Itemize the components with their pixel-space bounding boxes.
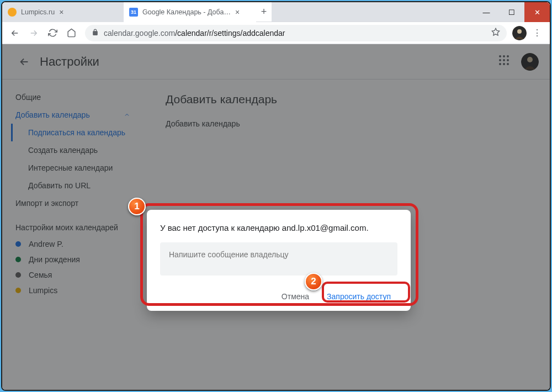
- page-content: Настройки Общие Добавить календарь Подпи…: [2, 44, 550, 390]
- request-access-dialog: У вас нет доступа к календарю and.lp.x01…: [147, 210, 411, 311]
- dialog-title: У вас нет доступа к календарю and.lp.x01…: [160, 223, 397, 232]
- close-window-button[interactable]: ✕: [524, 2, 550, 22]
- minimize-button[interactable]: —: [474, 2, 499, 22]
- close-icon[interactable]: ×: [59, 8, 63, 17]
- maximize-button[interactable]: ☐: [499, 2, 524, 22]
- bookmark-icon[interactable]: [491, 28, 500, 39]
- window-controls: — ☐ ✕: [474, 2, 550, 22]
- browser-menu-icon[interactable]: ⋮: [529, 28, 545, 38]
- home-button[interactable]: [63, 25, 79, 41]
- request-access-button[interactable]: Запросить доступ: [320, 288, 397, 305]
- lock-icon: [92, 28, 99, 38]
- new-tab-button[interactable]: +: [256, 2, 272, 22]
- owner-message-input[interactable]: [160, 242, 397, 276]
- url-text: calendar.google.com/calendar/r/settings/…: [104, 29, 487, 38]
- tab-google-calendar[interactable]: 31 Google Календарь - Добавить к ×: [124, 2, 256, 22]
- address-bar[interactable]: calendar.google.com/calendar/r/settings/…: [85, 25, 507, 41]
- cancel-button[interactable]: Отмена: [275, 288, 316, 305]
- tab-lumpics[interactable]: Lumpics.ru ×: [2, 2, 124, 22]
- reload-button[interactable]: [44, 25, 61, 41]
- favicon-gcal: 31: [129, 8, 138, 17]
- tab-title: Google Календарь - Добавить к: [142, 8, 231, 16]
- svg-point-1: [517, 29, 522, 34]
- browser-toolbar: calendar.google.com/calendar/r/settings/…: [2, 22, 550, 44]
- favicon-lumpics: [8, 8, 17, 17]
- close-icon[interactable]: ×: [235, 8, 240, 17]
- forward-button[interactable]: [25, 25, 42, 41]
- tab-title: Lumpics.ru: [21, 8, 55, 16]
- profile-avatar[interactable]: [512, 26, 527, 40]
- back-button[interactable]: [7, 25, 23, 41]
- browser-tabstrip: Lumpics.ru × 31 Google Календарь - Добав…: [2, 2, 550, 22]
